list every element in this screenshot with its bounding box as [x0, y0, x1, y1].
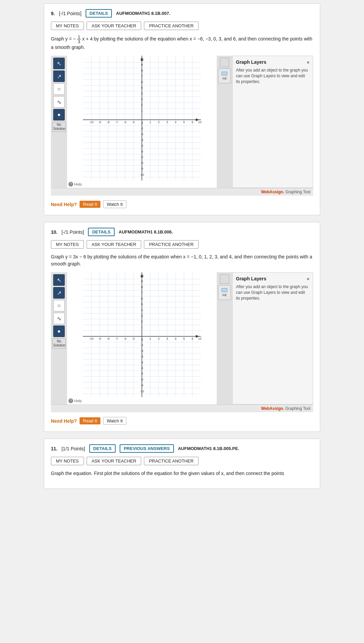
q9-webassign-label: WebAssign.	[261, 190, 284, 194]
svg-text:9: 9	[141, 63, 143, 66]
svg-text:-5: -5	[132, 337, 135, 340]
q9-help-icon: ?	[68, 182, 73, 187]
q11-details-button[interactable]: DETAILS	[89, 444, 116, 453]
q9-layers-panel: Graph Layers « After you add an object t…	[232, 56, 313, 188]
q9-fill-button[interactable]: Fill	[218, 68, 231, 83]
q9-assignment-code: AUFMODMATH1 8.1B.007.	[116, 11, 170, 16]
svg-text:6: 6	[191, 337, 193, 340]
svg-text:7: 7	[141, 291, 143, 295]
question-9-number: 9.	[51, 11, 55, 16]
q10-fill-icon	[221, 288, 228, 293]
q10-watch-it-button[interactable]: Watch It	[103, 417, 126, 425]
q10-line-tool[interactable]: ↗	[53, 287, 65, 299]
q11-ask-teacher-button[interactable]: ASK YOUR TEACHER	[87, 457, 141, 465]
q10-assignment-code: AUFMODMATH1 8.1B.006.	[119, 229, 173, 234]
svg-text:-6: -6	[141, 366, 143, 370]
q9-text-rest: x + 4 by plotting the solutions of the e…	[51, 36, 312, 50]
svg-text:-7: -7	[141, 372, 143, 375]
q9-text-intro: Graph y = −	[51, 36, 76, 41]
q9-graph-svg: 10 9 8 7 6 5 4 3 2 1 -1	[67, 56, 217, 180]
q10-layers-title: Graph Layers	[236, 276, 266, 281]
svg-text:2: 2	[141, 103, 143, 107]
q9-circle-tool[interactable]: ○	[53, 83, 65, 95]
q10-fill-label: Fill	[222, 293, 226, 297]
q10-no-solution-btn[interactable]: NoSolution	[52, 338, 66, 348]
q9-details-button[interactable]: DETAILS	[86, 9, 112, 18]
q9-read-it-button[interactable]: Read It	[80, 201, 100, 208]
svg-text:-7: -7	[115, 120, 118, 124]
svg-text:-3: -3	[141, 133, 143, 136]
q9-watch-it-button[interactable]: Watch It	[103, 200, 126, 208]
svg-text:10: 10	[140, 274, 144, 277]
q10-practice-another-button[interactable]: PRACTICE ANOTHER	[144, 240, 199, 249]
svg-text:2: 2	[141, 320, 143, 323]
svg-text:-2: -2	[141, 343, 143, 347]
q10-ask-teacher-button[interactable]: ASK YOUR TEACHER	[87, 240, 141, 249]
q11-practice-another-button[interactable]: PRACTICE ANOTHER	[144, 457, 199, 465]
svg-text:-7: -7	[115, 337, 118, 340]
svg-text:6: 6	[141, 297, 143, 300]
q10-need-help-row: Need Help? Read It Watch It	[51, 417, 313, 425]
q9-my-notes-button[interactable]: MY NOTES	[51, 22, 84, 30]
q10-point-tool[interactable]: ●	[53, 326, 65, 337]
q10-my-notes-button[interactable]: MY NOTES	[51, 240, 84, 249]
svg-text:8: 8	[141, 69, 143, 72]
question-9-header: 9. [-/1 Points] DETAILS AUFMODMATH1 8.1B…	[51, 9, 313, 18]
q9-help[interactable]: ? Help	[67, 180, 217, 188]
q11-prev-answers-button[interactable]: PREVIOUS ANSWERS	[120, 444, 174, 453]
q9-layers-text: After you add an object to the graph you…	[236, 67, 309, 84]
q10-webassign-label: WebAssign.	[261, 406, 284, 411]
q9-layers-collapse[interactable]: «	[307, 59, 309, 65]
svg-text:5: 5	[183, 120, 185, 124]
q9-curve-tool[interactable]: ∿	[53, 96, 65, 108]
svg-text:-5: -5	[132, 120, 135, 124]
q10-graph-footer: WebAssign. Graphing Tool	[51, 404, 313, 412]
q10-pointer-tool[interactable]: ↖	[53, 274, 65, 286]
svg-text:2: 2	[158, 337, 159, 340]
q11-assignment-code: AUFMODMATH1 8.1B.005.PE.	[178, 446, 239, 451]
q10-graph-svg: 10 9 8 7 6 5 4 3 2 1 -1	[67, 272, 217, 397]
svg-text:-9: -9	[141, 167, 143, 170]
q10-fill-button[interactable]: Fill	[218, 285, 231, 300]
q9-pointer-tool[interactable]: ↖	[53, 58, 65, 69]
q10-graphing-tool-label: Graphing Tool	[285, 406, 311, 411]
svg-text:-6: -6	[141, 150, 143, 153]
svg-text:-8: -8	[107, 337, 110, 340]
q9-graph-outer: ↖ ↗ ○ ∿ ● NoSolution	[51, 56, 313, 196]
q9-line-tool[interactable]: ↗	[53, 71, 65, 82]
q9-ask-teacher-button[interactable]: ASK YOUR TEACHER	[87, 22, 141, 30]
q9-practice-another-button[interactable]: PRACTICE ANOTHER	[144, 22, 199, 30]
svg-text:4: 4	[175, 337, 176, 340]
q10-details-button[interactable]: DETAILS	[88, 228, 115, 236]
q10-curve-tool[interactable]: ∿	[53, 313, 65, 324]
svg-text:-4: -4	[141, 355, 143, 358]
svg-text:9: 9	[141, 280, 143, 283]
svg-text:-9: -9	[98, 120, 101, 124]
q9-need-help-label: Need Help?	[51, 202, 77, 207]
q9-help-label: Help	[74, 182, 82, 186]
svg-text:-2: -2	[141, 127, 143, 130]
q11-my-notes-button[interactable]: MY NOTES	[51, 457, 84, 465]
question-9-points: [-/1 Points]	[59, 11, 82, 16]
q9-point-tool[interactable]: ●	[53, 109, 65, 120]
svg-text:-8: -8	[107, 120, 110, 124]
q10-layers-text: After you add an object to the graph you…	[236, 284, 309, 301]
q10-layers-header: Graph Layers «	[236, 276, 309, 281]
question-10-points: [-/1 Points]	[61, 229, 84, 235]
q10-help[interactable]: ? Help	[67, 397, 217, 404]
svg-text:4: 4	[141, 92, 143, 95]
q9-action-buttons: MY NOTES ASK YOUR TEACHER PRACTICE ANOTH…	[51, 22, 313, 30]
svg-text:-10: -10	[140, 390, 144, 393]
q9-layers-thumb	[220, 58, 229, 67]
question-11-points: [1/1 Points]	[61, 446, 85, 451]
q11-text: Graph the equation. First plot the solut…	[51, 471, 284, 476]
q9-fill-label: Fill	[222, 77, 226, 80]
q9-no-solution-btn[interactable]: NoSolution	[52, 122, 66, 132]
svg-rect-72	[222, 72, 227, 75]
q10-canvas-wrapper: 10 9 8 7 6 5 4 3 2 1 -1	[67, 272, 217, 404]
question-11-header: 11. [1/1 Points] DETAILS PREVIOUS ANSWER…	[51, 444, 313, 453]
q10-layers-collapse[interactable]: «	[307, 276, 309, 281]
q10-circle-tool[interactable]: ○	[53, 300, 65, 311]
svg-rect-145	[222, 288, 227, 292]
q10-read-it-button[interactable]: Read It	[80, 417, 100, 424]
